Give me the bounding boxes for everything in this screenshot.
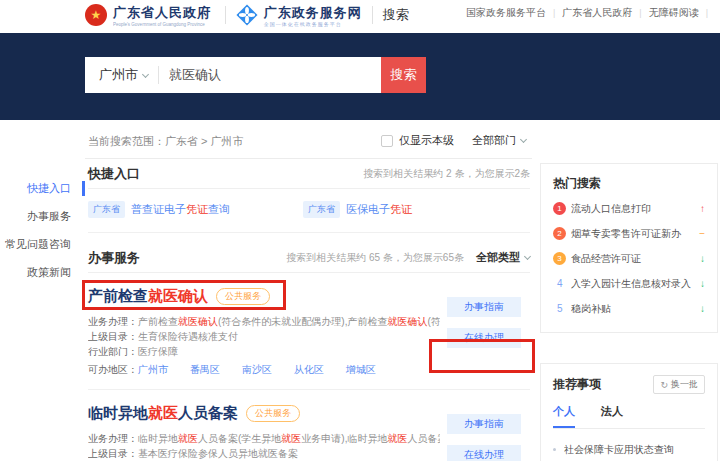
recommend-tabs: 个人 法人 <box>553 404 705 429</box>
gov-logo[interactable]: ★ 广东省人民政府 People's Government of Guangdo… <box>85 6 215 27</box>
type-filter-value: 全部类型 <box>476 250 520 265</box>
rank-number: 4 <box>553 278 571 289</box>
recommend-list: 社会保障卡应用状态查询 市外迁入-人才引进 个人申请更新指标 租房提取 <box>553 436 705 461</box>
detail-label: 上级目录： <box>88 448 138 459</box>
detail-row-parent: 上级目录：生育保险待遇核准支付 <box>88 329 440 344</box>
chevron-down-icon <box>524 253 531 260</box>
service-item-remote-medical-record: 临时异地就医人员备案 公共服务 业务办理：临时异地就医人员备案(学生异地就医业务… <box>88 390 530 461</box>
recommend-item[interactable]: 社会保障卡应用状态查询 <box>553 436 705 461</box>
hot-search-item[interactable]: 1 流动人口信息打印 ↑ <box>553 196 705 221</box>
link-provincial-gov[interactable]: 广东省人民政府 <box>562 6 632 20</box>
dept-filter-value: 全部部门 <box>472 133 516 148</box>
city-selector[interactable]: 广州市 <box>85 66 158 84</box>
recommend-card: 推荐事项 ↻ 换一批 个人 法人 社会保障卡应用状态查询 <box>540 363 718 461</box>
hot-search-item[interactable]: 2 烟草专卖零售许可证新办 − <box>553 221 705 246</box>
detail-value: 生育保险待遇核准支付 <box>138 331 238 342</box>
header-divider <box>225 6 226 24</box>
service-title-link[interactable]: 产前检查就医确认 <box>88 287 208 306</box>
hot-search-item[interactable]: 4 入学入园计生信息核对录入 ↓ <box>553 271 705 296</box>
city-selector-value: 广州市 <box>99 66 138 84</box>
header-divider <box>372 6 373 24</box>
rank-number: 5 <box>553 303 571 314</box>
quick-link-text: 医保电子凭证 <box>346 202 412 217</box>
region-tag: 广东省 <box>303 201 340 218</box>
recommend-header: 推荐事项 ↻ 换一批 <box>553 375 705 394</box>
hot-search-card: 热门搜索 1 流动人口信息打印 ↑ 2 烟草专卖零售许可证新办 − 3 食品经营… <box>540 163 718 333</box>
gov-logo-text: 广东省人民政府 People's Government of Guangdong… <box>113 6 215 27</box>
hot-search-item[interactable]: 3 食品经营许可证 ↓ <box>553 246 705 271</box>
rank-badge: 3 <box>553 252 571 265</box>
trend-down-icon: ↓ <box>693 278 705 289</box>
nav-item-policy-news[interactable]: 政策新闻 <box>0 258 85 286</box>
type-filter-dropdown[interactable]: 全部类型 <box>476 250 530 265</box>
service-title-row: 产前检查就医确认 公共服务 <box>88 285 430 307</box>
detail-value: 医疗保障 <box>138 346 178 357</box>
services-result-note: 搜索到相关结果约 65 条，为您展示65条 <box>286 251 464 265</box>
regions-label: 可办地区： <box>88 364 138 375</box>
nav-item-quick-entry[interactable]: 快捷入口 <box>0 174 85 202</box>
link-national-platform[interactable]: 国家政务服务平台 <box>466 6 546 20</box>
service-buttons: 办事指南 在线办理 <box>447 297 521 348</box>
body: 快捷入口 办事服务 常见问题咨询 政策新闻 快捷入口 搜索到相关结果约 2 条，… <box>0 158 720 461</box>
page: ★ 广东省人民政府 People's Government of Guangdo… <box>0 0 720 461</box>
top-link-separator: | <box>706 8 708 18</box>
trend-flat-icon: − <box>693 228 705 239</box>
portal-flower-icon <box>236 4 258 26</box>
search-button[interactable]: 搜索 <box>381 57 426 93</box>
refresh-icon: ↻ <box>660 380 668 390</box>
services-section: 办事服务 搜索到相关结果约 65 条，为您展示65条 全部类型 产前检查就医确认… <box>88 243 530 461</box>
portal-logo[interactable]: 广东政务服务网 全国一体化在线政务服务平台 <box>236 6 362 27</box>
rank-badge: 1 <box>553 202 571 215</box>
tab-personal[interactable]: 个人 <box>553 404 575 428</box>
quick-link[interactable]: 广东省 医保电子凭证 <box>303 201 518 218</box>
hot-search-label: 烟草专卖零售许可证新办 <box>571 227 693 241</box>
region-link[interactable]: 南沙区 <box>242 364 272 375</box>
region-link[interactable]: 番禺区 <box>190 364 220 375</box>
trend-up-icon: ↑ <box>693 203 705 214</box>
only-current-checkbox[interactable] <box>381 135 393 147</box>
trend-down-icon: ↓ <box>693 253 705 264</box>
portal-title: 广东政务服务网 <box>264 6 362 19</box>
service-title-link[interactable]: 临时异地就医人员备案 <box>88 404 238 423</box>
portal-logo-text: 广东政务服务网 全国一体化在线政务服务平台 <box>264 6 362 27</box>
region-link[interactable]: 广州市 <box>138 364 168 375</box>
search-input[interactable] <box>159 68 381 83</box>
hot-search-item[interactable]: 5 稳岗补贴 ↓ <box>553 296 705 321</box>
tab-legal-person[interactable]: 法人 <box>601 404 623 428</box>
online-apply-button[interactable]: 在线办理 <box>447 445 521 461</box>
detail-label: 行业部门： <box>88 346 138 357</box>
guide-button[interactable]: 办事指南 <box>447 414 521 434</box>
nav-item-faq[interactable]: 常见问题咨询 <box>0 230 85 258</box>
top-links: 国家政务服务平台 | 广东省人民政府 | 无障碍阅读 | <box>466 6 715 20</box>
quick-link[interactable]: 广东省 普查证电子凭证查询 <box>88 201 303 218</box>
chevron-down-icon <box>142 70 149 77</box>
quick-link-text: 普查证电子凭证查询 <box>131 202 230 217</box>
header-search-link[interactable]: 搜索 <box>383 6 409 24</box>
detail-value: 临时异地就医人员备案(学生异地就医业务申请),临时异地就医人员备案(其他临时异地… <box>138 433 440 444</box>
detail-row-dept: 行业部门：医疗保障 <box>88 344 440 359</box>
quick-links: 广东省 普查证电子凭证查询 广东省 医保电子凭证 <box>88 189 530 233</box>
detail-value: 产前检查就医确认(符合条件的未就业配偶办理),产前检查就医确认(符合条件的职工办… <box>138 316 440 327</box>
guide-button[interactable]: 办事指南 <box>447 297 521 317</box>
hot-search-title: 热门搜索 <box>553 175 705 192</box>
region-link[interactable]: 增城区 <box>346 364 376 375</box>
dept-filter-dropdown[interactable]: 全部部门 <box>472 133 526 148</box>
link-accessibility[interactable]: 无障碍阅读 <box>649 6 699 20</box>
quick-entry-result-note: 搜索到相关结果约 2 条，为您展示2条 <box>363 167 530 181</box>
refresh-batch-button[interactable]: ↻ 换一批 <box>653 375 705 394</box>
detail-label: 业务办理： <box>88 316 138 327</box>
scope-filters: 仅显示本级 全部部门 <box>381 133 526 148</box>
quick-entry-title: 快捷入口 <box>88 165 140 183</box>
hot-search-label: 稳岗补贴 <box>571 302 693 316</box>
top-header: ★ 广东省人民政府 People's Government of Guangdo… <box>0 0 720 33</box>
recommend-title: 推荐事项 <box>553 376 601 393</box>
online-apply-button[interactable]: 在线办理 <box>447 328 521 348</box>
chevron-down-icon <box>520 136 527 143</box>
service-buttons: 办事指南 在线办理 <box>447 414 521 461</box>
services-header: 办事服务 搜索到相关结果约 65 条，为您展示65条 全部类型 <box>88 243 530 273</box>
services-title: 办事服务 <box>88 249 140 267</box>
detail-row-parent: 上级目录：基本医疗保险参保人员异地就医备案 <box>88 446 440 461</box>
region-link[interactable]: 从化区 <box>294 364 324 375</box>
nav-item-services[interactable]: 办事服务 <box>0 202 85 230</box>
gov-title: 广东省人民政府 <box>113 6 215 19</box>
